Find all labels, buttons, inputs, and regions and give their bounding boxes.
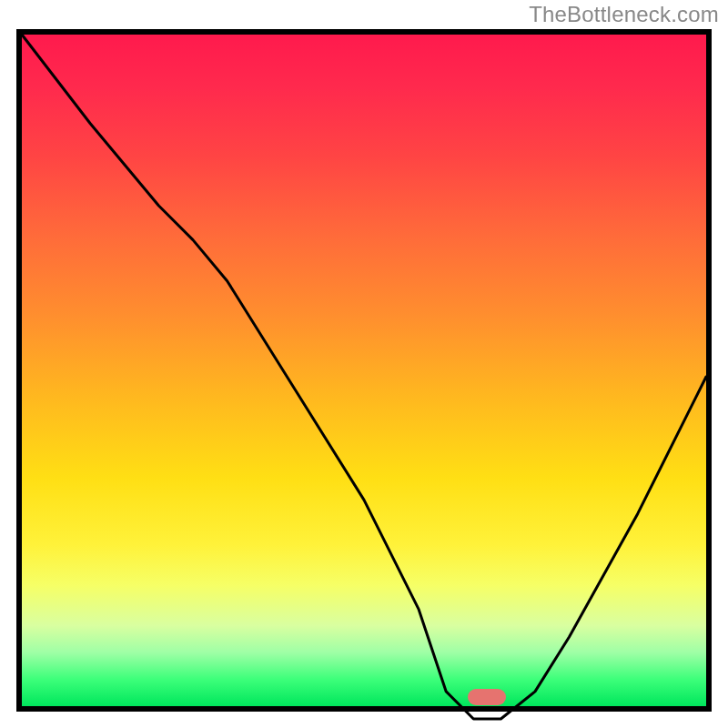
bottleneck-curve [22, 35, 706, 719]
chart-frame [16, 29, 712, 712]
chart-container: TheBottleneck.com [0, 0, 728, 728]
optimal-marker [468, 689, 506, 705]
watermark-text: TheBottleneck.com [529, 2, 719, 27]
